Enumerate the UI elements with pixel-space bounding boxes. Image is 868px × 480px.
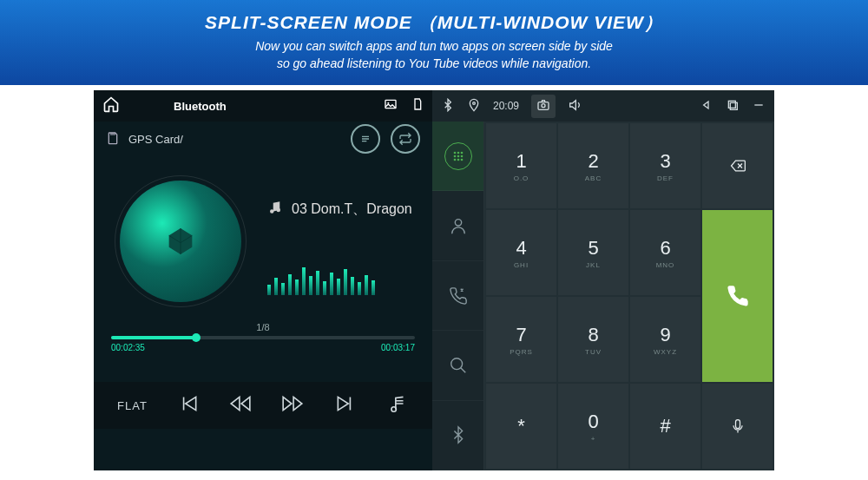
sidebar-search[interactable]: [432, 331, 483, 400]
svg-point-11: [457, 151, 459, 154]
svg-point-17: [457, 158, 459, 161]
sidebar-dialpad[interactable]: [432, 122, 483, 191]
svg-rect-6: [538, 102, 549, 109]
svg-point-10: [453, 151, 456, 154]
player-header: Bluetooth: [94, 90, 432, 122]
svg-point-2: [270, 209, 274, 214]
banner-subtitle: Now you can switch apps and tun two apps…: [0, 38, 868, 72]
svg-point-12: [460, 151, 463, 154]
progress-bar[interactable]: [111, 336, 415, 339]
home-icon[interactable]: [101, 95, 122, 116]
minimize-icon[interactable]: [752, 98, 766, 115]
svg-point-7: [542, 103, 545, 107]
status-bar: 20:09: [432, 90, 774, 122]
dialer-sidebar: [432, 122, 484, 470]
svg-point-16: [453, 158, 456, 161]
playlist-button[interactable]: [351, 124, 380, 154]
sidebar-call-log[interactable]: [432, 261, 483, 331]
svg-point-19: [455, 220, 461, 226]
camera-icon[interactable]: [531, 95, 556, 118]
svg-rect-21: [735, 420, 740, 429]
music-player-pane: Bluetooth GPS Card/ 03 Dom.T、Dragon: [94, 90, 432, 470]
album-art: [120, 181, 241, 302]
key-6[interactable]: 6MNO: [630, 210, 700, 295]
track-title-row: 03 Dom.T、Dragon: [267, 200, 412, 219]
svg-rect-8: [728, 101, 735, 108]
key-call[interactable]: [702, 210, 773, 382]
svg-point-3: [277, 208, 281, 213]
dialer-body: 1O.O 2ABC 3DEF 4GHI 5JKL 6MNO 7PQRS 8TUV…: [432, 122, 774, 470]
folder-icon[interactable]: [411, 97, 425, 115]
svg-point-5: [473, 102, 476, 104]
back-nav-icon[interactable]: [700, 98, 713, 115]
volume-icon[interactable]: [568, 98, 582, 115]
music-menu-button[interactable]: [386, 392, 409, 418]
rewind-button[interactable]: [229, 392, 252, 418]
dialer-pane: 20:09 1O.O 2ABC 3DEF: [432, 90, 774, 470]
svg-point-20: [450, 358, 462, 370]
source-path[interactable]: GPS Card/: [128, 133, 183, 146]
svg-rect-9: [730, 102, 737, 109]
track-title: 03 Dom.T、Dragon: [292, 201, 412, 219]
svg-point-4: [391, 407, 396, 411]
key-backspace[interactable]: [702, 123, 773, 208]
music-note-icon: [267, 200, 283, 219]
forward-button[interactable]: [281, 392, 304, 418]
clock-time: 20:09: [493, 100, 519, 112]
key-9[interactable]: 9WXYZ: [630, 297, 700, 382]
svg-point-18: [460, 158, 463, 161]
eq-mode[interactable]: FLAT: [117, 399, 148, 412]
sidebar-contacts[interactable]: [432, 191, 483, 260]
source-row: GPS Card/: [94, 122, 432, 156]
progress-section: 1/8 00:02:35 00:03:17: [111, 322, 415, 352]
location-icon: [467, 98, 481, 115]
key-8[interactable]: 8TUV: [558, 297, 628, 382]
banner-title: SPLIT-SCREEN MODE （MULTI-WINDOW VIEW）: [0, 10, 868, 35]
key-voice[interactable]: [702, 384, 773, 469]
time-current: 00:02:35: [111, 343, 145, 352]
picture-icon[interactable]: [384, 97, 398, 115]
track-counter: 1/8: [111, 322, 415, 332]
key-4[interactable]: 4GHI: [486, 210, 556, 295]
key-3[interactable]: 3DEF: [630, 123, 700, 208]
svg-point-14: [457, 155, 459, 157]
player-main: 03 Dom.T、Dragon 1/8 00:02:35 00:03:17: [94, 156, 432, 382]
dial-pad: 1O.O 2ABC 3DEF 4GHI 5JKL 6MNO 7PQRS 8TUV…: [484, 122, 774, 470]
time-row: 00:02:35 00:03:17: [111, 343, 415, 352]
promo-banner: SPLIT-SCREEN MODE （MULTI-WINDOW VIEW） No…: [0, 0, 868, 85]
key-star[interactable]: *: [486, 384, 556, 469]
repeat-button[interactable]: [391, 124, 420, 154]
recent-apps-icon[interactable]: [726, 98, 740, 115]
split-screen-container: Bluetooth GPS Card/ 03 Dom.T、Dragon: [0, 85, 868, 476]
key-5[interactable]: 5JKL: [558, 210, 628, 295]
sd-card-icon: [106, 131, 128, 148]
key-2[interactable]: 2ABC: [558, 123, 628, 208]
prev-track-button[interactable]: [177, 392, 200, 418]
time-total: 00:03:17: [381, 343, 415, 352]
header-title: Bluetooth: [174, 100, 227, 113]
svg-point-15: [460, 155, 463, 157]
key-7[interactable]: 7PQRS: [486, 297, 556, 382]
player-controls: FLAT: [94, 382, 432, 429]
key-1[interactable]: 1O.O: [486, 123, 556, 208]
svg-point-13: [453, 155, 456, 157]
next-track-button[interactable]: [334, 392, 357, 418]
key-0[interactable]: 0+: [558, 384, 628, 469]
equalizer-viz: [267, 260, 375, 295]
sidebar-bluetooth[interactable]: [432, 401, 483, 470]
key-hash[interactable]: #: [630, 384, 700, 469]
bluetooth-icon: [441, 98, 455, 115]
